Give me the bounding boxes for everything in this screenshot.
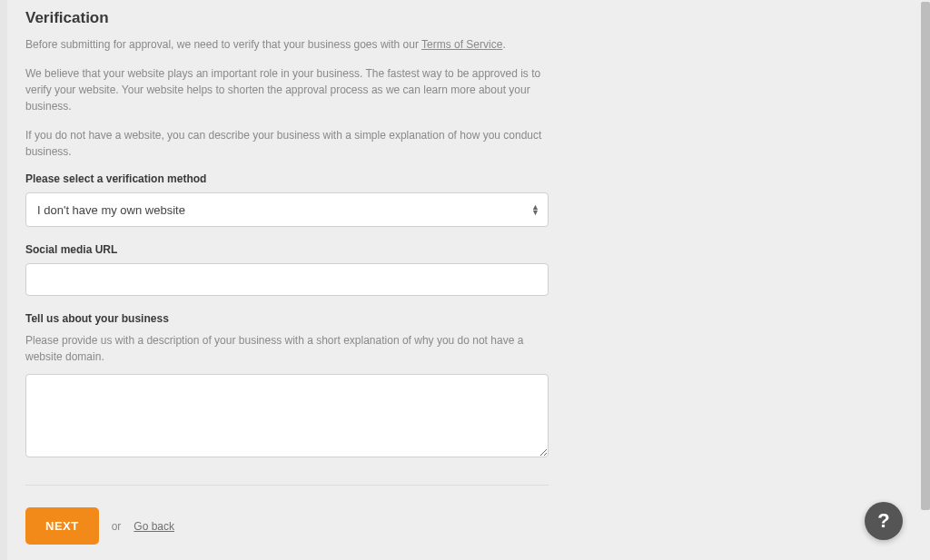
vertical-scrollbar[interactable] <box>919 2 930 533</box>
verification-method-select-wrap: I don't have my own website ▲▼ <box>25 192 549 227</box>
terms-of-service-link[interactable]: Terms of Service <box>421 38 502 51</box>
social-media-label: Social media URL <box>25 243 549 256</box>
business-description-help: Please provide us with a description of … <box>25 332 549 365</box>
actions-row: NEXT or Go back <box>25 507 549 545</box>
verification-method-label: Please select a verification method <box>25 172 549 185</box>
verification-method-field: Please select a verification method I do… <box>25 172 549 227</box>
intro-paragraph-3: If you do not have a website, you can de… <box>25 127 549 160</box>
business-description-textarea[interactable] <box>25 374 549 457</box>
help-fab-button[interactable]: ? <box>865 502 903 540</box>
or-text: or <box>112 520 122 533</box>
intro-paragraph-1: Before submitting for approval, we need … <box>25 36 549 53</box>
intro-paragraph-2: We believe that your website plays an im… <box>25 65 549 114</box>
business-description-field: Tell us about your business Please provi… <box>25 312 549 461</box>
go-back-link[interactable]: Go back <box>134 520 174 533</box>
question-mark-icon: ? <box>877 509 889 533</box>
content-column: Verification Before submitting for appro… <box>25 9 549 545</box>
section-divider <box>25 485 549 486</box>
social-media-field: Social media URL <box>25 243 549 296</box>
page-title: Verification <box>25 9 549 27</box>
intro-text-1b: . <box>502 38 505 51</box>
page-container: Verification Before submitting for appro… <box>7 0 930 560</box>
intro-block: Before submitting for approval, we need … <box>25 36 549 160</box>
verification-method-select[interactable]: I don't have my own website <box>25 192 549 227</box>
intro-text-1a: Before submitting for approval, we need … <box>25 38 421 51</box>
scrollbar-thumb[interactable] <box>921 2 930 510</box>
next-button[interactable]: NEXT <box>25 507 99 545</box>
social-media-input[interactable] <box>25 263 549 296</box>
left-edge <box>0 0 7 560</box>
business-description-label: Tell us about your business <box>25 312 549 325</box>
